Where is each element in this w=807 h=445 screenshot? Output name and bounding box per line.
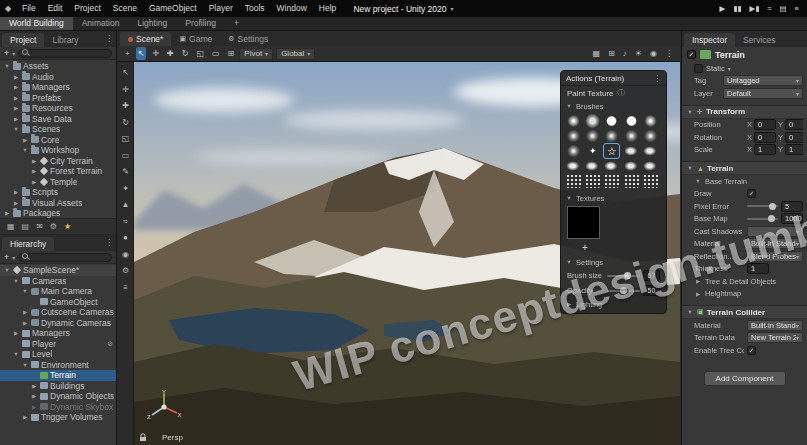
brush-24[interactable] <box>643 174 658 188</box>
lighting-toggle-icon[interactable]: ☀ <box>633 47 644 60</box>
row-heightmap[interactable]: ▶Heightmap <box>682 288 807 301</box>
menu-project[interactable]: Project <box>68 0 106 17</box>
hierarchy-item-samplescene[interactable]: ▼SampleScene* <box>0 265 116 276</box>
brush-8[interactable] <box>624 129 639 143</box>
menu-player[interactable]: Player <box>203 0 239 17</box>
axis-input[interactable]: 0 <box>754 119 776 130</box>
gizmos-toggle-icon[interactable]: ◉ <box>648 47 659 60</box>
chevron-down-icon[interactable]: ▾ <box>451 5 454 12</box>
menu-file[interactable]: File <box>16 0 42 17</box>
settings-foldout[interactable]: ▼ Settings <box>561 256 666 268</box>
messages-icon[interactable]: ✉ <box>36 222 43 231</box>
hierarchy-item-dynamic-objects[interactable]: ▶Dynamic Objects <box>0 391 116 402</box>
slider[interactable] <box>747 205 778 207</box>
brush-5[interactable] <box>566 129 581 143</box>
terrain-rotate-icon[interactable]: ↻ <box>120 117 132 128</box>
info-icon[interactable]: ⓘ <box>618 88 626 98</box>
brush-3[interactable] <box>624 114 639 128</box>
foldout-open-icon[interactable]: ▼ <box>686 309 694 315</box>
asset-list-icon[interactable]: ▤ <box>22 222 30 231</box>
axis-input[interactable]: 1 <box>785 144 803 155</box>
foldout-open-icon[interactable]: ▼ <box>686 109 694 115</box>
rect-tool-icon[interactable]: ▭ <box>210 47 222 60</box>
foldout-open-icon[interactable]: ▼ <box>21 362 29 368</box>
tab-project[interactable]: Project <box>2 33 44 47</box>
tab-hierarchy[interactable]: Hierarchy <box>2 237 54 251</box>
foldout-icon[interactable]: ▼ <box>694 178 702 184</box>
tab-settings[interactable]: ⚙Settings <box>220 32 276 46</box>
foldout-closed-icon[interactable]: ▶ <box>12 189 20 195</box>
lighting-foldout[interactable]: ▶ Lighting <box>561 298 666 310</box>
project-item-forest-terrain[interactable]: ▶Forest Terrain <box>0 166 116 177</box>
pivot-dropdown[interactable]: Pivot ▾ <box>239 48 273 60</box>
terrain-scale-icon[interactable]: ◱ <box>120 133 132 144</box>
hierarchy-item-managers[interactable]: ▶Managers <box>0 328 116 339</box>
tab-inspector[interactable]: Inspector <box>684 33 735 47</box>
checkbox[interactable]: ✓ <box>747 346 756 355</box>
value-field[interactable]: 1 <box>747 263 769 274</box>
foldout-closed-icon[interactable]: ▶ <box>30 179 38 185</box>
chevron-down-icon[interactable]: ▾ <box>12 254 15 261</box>
foldout-closed-icon[interactable]: ▶ <box>21 320 29 326</box>
scale-tool-icon[interactable]: ◱ <box>194 47 206 60</box>
tag-dropdown[interactable]: Untagged ▾ <box>723 75 803 86</box>
step-icon[interactable]: ▶▮ <box>749 0 759 17</box>
menu-edit[interactable]: Edit <box>42 0 69 17</box>
ribbon-tab-world-building[interactable]: World Building <box>0 17 73 30</box>
menu-tools[interactable]: Tools <box>239 0 271 17</box>
project-item-scripts[interactable]: ▶Scripts <box>0 187 116 198</box>
foldout-open-icon[interactable]: ▼ <box>21 288 29 294</box>
target-icon[interactable]: ◉ <box>120 249 132 260</box>
camera-mode[interactable]: Persp <box>139 433 183 442</box>
brush-16[interactable] <box>585 159 600 173</box>
play-icon[interactable]: ▶ <box>719 0 725 17</box>
add-menu-icon[interactable]: + <box>123 47 132 60</box>
dropdown[interactable]: ▾ <box>747 226 803 237</box>
slider-handle[interactable] <box>768 215 775 222</box>
value-field[interactable]: 1000 <box>781 213 803 224</box>
project-item-assets[interactable]: ▼Assets <box>0 61 116 72</box>
foldout-icon[interactable]: ▶ <box>694 291 702 297</box>
project-item-core[interactable]: ▶Core <box>0 135 116 146</box>
active-checkbox[interactable]: ✓ <box>687 50 696 59</box>
hierarchy-item-level[interactable]: ▼Level <box>0 349 116 360</box>
brush-15[interactable] <box>566 159 581 173</box>
collab-icon[interactable]: ≈ <box>767 0 771 17</box>
global-dropdown[interactable]: Global ▾ <box>276 48 315 60</box>
ribbon-tab-lighting[interactable]: Lighting <box>128 17 176 30</box>
chevron-down-icon[interactable]: ▾ <box>728 65 731 72</box>
row-base-terrain[interactable]: ▼Base Terrain <box>682 175 807 188</box>
brush-2[interactable] <box>604 114 619 128</box>
menu-scene[interactable]: Scene <box>107 0 143 17</box>
foldout-closed-icon[interactable]: ▶ <box>12 116 20 122</box>
foldout-closed-icon[interactable]: ▶ <box>3 210 11 216</box>
hierarchy-item-dynamic-cameras[interactable]: ▶Dynamic Cameras <box>0 318 116 329</box>
foldout-closed-icon[interactable]: ▶ <box>12 105 20 111</box>
project-item-audio[interactable]: ▶Audio <box>0 72 116 83</box>
foldout-closed-icon[interactable]: ▶ <box>12 200 20 206</box>
project-item-temple[interactable]: ▶Temple <box>0 177 116 188</box>
snap-icon[interactable]: ⊞ <box>606 47 617 60</box>
textures-foldout[interactable]: ▼ Textures <box>561 192 666 204</box>
scene-viewport[interactable]: Actions (Terrain) ⋮ Paint Texture ⓘ ▼ Br… <box>134 62 680 445</box>
persp-label[interactable]: Persp <box>162 433 183 442</box>
brush-4[interactable] <box>643 114 658 128</box>
brush-1[interactable] <box>585 114 600 128</box>
brush-22[interactable] <box>604 174 619 188</box>
menu-gameobject[interactable]: GameObject <box>143 0 203 17</box>
more-icon[interactable]: ⋮ <box>663 47 675 60</box>
brush-13[interactable] <box>624 144 639 158</box>
brush-19[interactable] <box>643 159 658 173</box>
checkbox[interactable]: ✓ <box>747 189 756 198</box>
detail-sparkle-icon[interactable]: ✦ <box>120 183 132 194</box>
project-item-workshop[interactable]: ▼Workshop <box>0 145 116 156</box>
slider[interactable] <box>607 275 640 277</box>
grid-visibility-icon[interactable]: ▦ <box>591 47 603 60</box>
project-item-packages[interactable]: ▶Packages <box>0 208 116 218</box>
pan-tool-icon[interactable]: ✛ <box>150 47 161 60</box>
slider[interactable] <box>747 218 778 220</box>
brush-14[interactable] <box>643 144 658 158</box>
project-item-save-data[interactable]: ▶Save Data <box>0 114 116 125</box>
hierarchy-item-buildings[interactable]: ▶Buildings <box>0 381 116 392</box>
dropdown[interactable]: Built-in Standard▾ <box>747 320 803 331</box>
